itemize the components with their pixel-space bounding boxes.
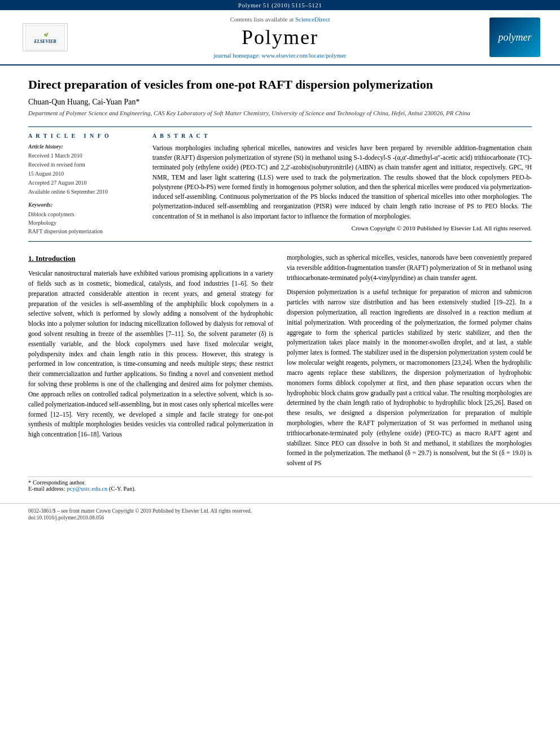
abstract-text: Various morphologies including spherical…	[152, 143, 532, 221]
keyword-3: RAFT dispersion polymerization	[28, 227, 141, 235]
email-link[interactable]: pcy@ustc.edu.cn	[67, 486, 107, 492]
received-revised-date: 15 August 2010	[28, 170, 141, 178]
svg-rect-0	[25, 25, 65, 50]
keyword-1: Diblock copolymers	[28, 210, 141, 219]
journal-header: 🌿 ELSEVIER Contents lists available at S…	[0, 10, 560, 65]
body-para-1: Vesicular nanostructural materials have …	[28, 269, 273, 440]
article-footer: 0032-3861/$ – see front matter Crown Cop…	[0, 503, 560, 524]
body-left-column: 1. Introduction Vesicular nanostructural…	[28, 253, 273, 473]
available-date: Available online 6 September 2010	[28, 188, 141, 196]
body-right-column: morphologies, such as spherical micelles…	[287, 253, 532, 473]
history-label: Article history:	[28, 143, 141, 150]
journal-header-right: polymer	[481, 18, 549, 57]
body-para-2: morphologies, such as spherical micelles…	[287, 253, 532, 283]
body-para-3: Dispersion polymerization is a useful te…	[287, 287, 532, 469]
accepted-date: Accepted 27 August 2010	[28, 179, 141, 187]
banner-text: Polymer 51 (2010) 5115–5121	[238, 2, 322, 8]
article-info-abstract: A R T I C L E I N F O Article history: R…	[28, 126, 532, 242]
doi-footer: doi:10.1016/j.polymer.2010.08.056	[28, 515, 532, 521]
article-affiliation: Department of Polymer Science and Engine…	[28, 109, 532, 117]
email-suffix: (C-Y. Pan).	[109, 486, 135, 492]
keywords-label: Keywords:	[28, 202, 141, 208]
section-1-title: 1. Introduction	[28, 253, 273, 264]
article-info-heading: A R T I C L E I N F O	[28, 133, 141, 139]
copyright-footer: 0032-3861/$ – see front matter Crown Cop…	[28, 508, 532, 514]
body-columns: 1. Introduction Vesicular nanostructural…	[28, 253, 532, 473]
journal-name: Polymer	[85, 25, 475, 49]
journal-header-center: Contents lists available at ScienceDirec…	[85, 16, 475, 59]
sciencedirect-link[interactable]: ScienceDirect	[295, 16, 330, 23]
svg-text:ELSEVIER: ELSEVIER	[33, 39, 56, 44]
journal-homepage: journal homepage: www.elsevier.com/locat…	[85, 52, 475, 59]
received-revised-label: Received in revised form	[28, 161, 141, 169]
abstract-heading: A B S T R A C T	[152, 133, 532, 139]
article-title: Direct preparation of vesicles from one-…	[28, 77, 532, 93]
sciencedirect-label: Contents lists available at ScienceDirec…	[85, 16, 475, 23]
abstract-column: A B S T R A C T Various morphologies inc…	[152, 133, 532, 235]
article-content: Direct preparation of vesicles from one-…	[0, 65, 560, 503]
polymer-logo: polymer	[489, 18, 540, 57]
abstract-copyright: Crown Copyright © 2010 Published by Else…	[152, 225, 532, 231]
article-authors: Chuan-Qun Huang, Cai-Yuan Pan*	[28, 98, 532, 107]
email-label: E-mail address:	[28, 486, 65, 492]
page: Polymer 51 (2010) 5115–5121 🌿 ELSEVIER C…	[0, 0, 560, 747]
received-date: Received 1 March 2010	[28, 152, 141, 160]
corresponding-author-note: * Corresponding author. E-mail address: …	[28, 477, 532, 492]
keyword-2: Morphology	[28, 219, 141, 227]
elsevier-logo-image: 🌿 ELSEVIER	[23, 23, 68, 51]
journal-header-left: 🌿 ELSEVIER	[11, 23, 79, 51]
article-info-column: A R T I C L E I N F O Article history: R…	[28, 133, 141, 235]
top-banner: Polymer 51 (2010) 5115–5121	[0, 0, 560, 10]
